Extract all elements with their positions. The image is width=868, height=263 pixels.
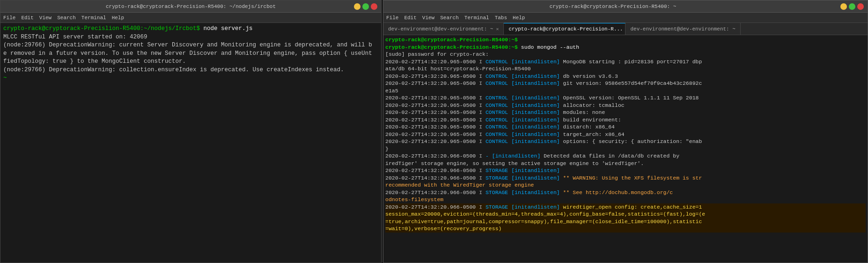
menubar-1: File Edit View Search Terminal Help xyxy=(0,13,381,23)
t2-log-13: 2020-02-27T14:32:20.966-0500 I STORAGE [… xyxy=(385,167,866,174)
menu-edit-1[interactable]: Edit xyxy=(21,15,33,21)
terminal-window-2[interactable]: crypto-rack@cryptorack-Precision-R5400: … xyxy=(383,0,868,263)
t2-log-15: 2020-02-27T14:32:20.966-0500 I STORAGE [… xyxy=(385,189,866,196)
terminal-cursor-line: ~ xyxy=(3,74,378,83)
t2-line-1: crypto-rack@cryptorack-Precision-R5400:~… xyxy=(385,44,866,51)
terminal-output-1: MLCC RESTful API server started on: 4206… xyxy=(3,33,378,42)
terminal-output-3: e removed in a future version. To use th… xyxy=(3,50,378,58)
tab-label-3: dev-environment@dev-environment: ~ xyxy=(630,26,735,32)
close-button-2[interactable] xyxy=(857,3,864,10)
t2-log-14: 2020-02-27T14:32:20.966-0500 I STORAGE [… xyxy=(385,174,866,182)
menu-file-1[interactable]: File xyxy=(3,15,15,21)
cmd-text-1: node server.js xyxy=(204,25,253,32)
menu-help-2[interactable]: Help xyxy=(513,15,525,21)
t2-log-16b: session_max=20000,eviction=(threads_min=… xyxy=(385,210,866,218)
t2-log-16d: =wait=0),verbose=(recovery_progress) xyxy=(385,225,866,233)
t2-log-9: 2020-02-27T14:32:20.965-0500 I CONTROL [… xyxy=(385,123,866,131)
menu-help-1[interactable]: Help xyxy=(112,15,124,21)
t2-log-14b: recommended with the WiredTiger storage … xyxy=(385,181,866,189)
t2-log-3: 2020-02-27T14:32:20.965-0500 I CONTROL [… xyxy=(385,73,866,80)
t2-log-5: 2020-02-27T14:32:20.965-0500 I CONTROL [… xyxy=(385,94,866,102)
tab-1[interactable]: dev-environment@dev-environment: ~ ✕ xyxy=(383,23,504,35)
terminal-output-2: (node:29766) DeprecationWarning: current… xyxy=(3,41,378,50)
titlebar-2: crypto-rack@cryptorack-Precision-R5400: … xyxy=(383,0,868,13)
tab-3[interactable]: dev-environment@dev-environment: ~ xyxy=(625,23,740,35)
titlebar-1: crypto-rack@cryptorack-Precision-R5400: … xyxy=(0,0,381,13)
menu-terminal-1[interactable]: Terminal xyxy=(81,15,106,21)
tab-2[interactable]: crypto-rack@cryptorack-Precision-R... ✕ xyxy=(504,23,625,35)
menu-terminal-2[interactable]: Terminal xyxy=(464,15,489,21)
t2-log-7: 2020-02-27T14:32:20.965-0500 I CONTROL [… xyxy=(385,109,866,116)
tab-label-2: crypto-rack@cryptorack-Precision-R... xyxy=(508,26,623,32)
menu-search-2[interactable]: Search xyxy=(440,15,459,21)
t2-log-12b: iredTiger' storage engine, so setting th… xyxy=(385,160,866,167)
menu-view-1[interactable]: View xyxy=(39,15,51,21)
tabs-bar[interactable]: dev-environment@dev-environment: ~ ✕ cry… xyxy=(383,23,868,35)
minimize-button-1[interactable] xyxy=(354,3,360,10)
terminal-output-5: (node:29766) DeprecationWarning: collect… xyxy=(3,66,378,75)
t2-log-16: 2020-02-27T14:32:20.966-0500 I STORAGE [… xyxy=(385,203,866,211)
tab-label-1: dev-environment@dev-environment: ~ xyxy=(388,26,493,32)
window-controls-2[interactable] xyxy=(840,3,864,10)
menu-edit-2[interactable]: Edit xyxy=(404,15,416,21)
t2-log-16c: =true,archive=true,path=journal,compress… xyxy=(385,218,866,225)
prompt-text-1: crypto-rack@cryptorack-Precislion-R5400:… xyxy=(3,25,200,32)
t2-log-6: 2020-02-27T14:32:20.965-0500 I CONTROL [… xyxy=(385,102,866,109)
minimize-button-2[interactable] xyxy=(840,3,847,10)
maximize-button-2[interactable] xyxy=(849,3,855,10)
menu-tabs-2[interactable]: Tabs xyxy=(495,15,507,21)
terminal-window-1[interactable]: crypto-rack@cryptorack-Precision-R5400: … xyxy=(0,0,382,263)
close-button-1[interactable] xyxy=(371,3,377,10)
t2-log-15b: odnotes-filesystem xyxy=(385,196,866,203)
t2-log-4: 2020-02-27T14:32:20.965-0500 I CONTROL [… xyxy=(385,80,866,87)
terminal-output-4: fiedTopology: true } to the MongoClient … xyxy=(3,58,378,66)
menu-search-1[interactable]: Search xyxy=(57,15,76,21)
window-title-2: crypto-rack@cryptorack-Precision-R5400: … xyxy=(550,4,677,9)
menubar-2: File Edit View Search Terminal Tabs Help xyxy=(383,13,868,23)
t2-log-11b: } xyxy=(385,145,866,153)
t2-log-8: 2020-02-27T14:32:20.965-0500 I CONTROL [… xyxy=(385,116,866,124)
t2-log-12: 2020-02-27T14:32:20.966-0500 I - [initan… xyxy=(385,152,866,160)
tab-close-1[interactable]: ✕ xyxy=(496,26,499,32)
terminal-body-1[interactable]: crypto-rack@cryptorack-Precislion-R5400:… xyxy=(0,23,381,263)
t2-log-1: 2020-02-27T14:32:20.965-0500 I CONTROL [… xyxy=(385,58,866,66)
t2-line-0: crypto-rack@cryptorack-Precision-R5400:~… xyxy=(385,36,866,44)
maximize-button-1[interactable] xyxy=(362,3,369,10)
t2-log-4b: e1a5 xyxy=(385,87,866,95)
window-controls-1[interactable] xyxy=(354,3,377,10)
menu-file-2[interactable]: File xyxy=(386,15,398,21)
t2-sudo: [sudo] password for crypto-rack: xyxy=(385,51,866,58)
terminal-body-2[interactable]: crypto-rack@cryptorack-Precision-R5400:~… xyxy=(383,35,868,263)
menu-view-2[interactable]: View xyxy=(422,15,434,21)
t2-log-11: 2020-02-27T14:32:20.965-0500 I CONTROL [… xyxy=(385,138,866,145)
t2-log-10: 2020-02-27T14:32:20.965-0500 I CONTROL [… xyxy=(385,131,866,138)
window-title-1: crypto-rack@cryptorack-Precision-R5400: … xyxy=(28,4,354,9)
t2-log-2: ata/db 64-bit host=cryptorack-Precision-… xyxy=(385,65,866,73)
terminal-line-prompt: crypto-rack@cryptorack-Precislion-R5400:… xyxy=(3,25,378,33)
